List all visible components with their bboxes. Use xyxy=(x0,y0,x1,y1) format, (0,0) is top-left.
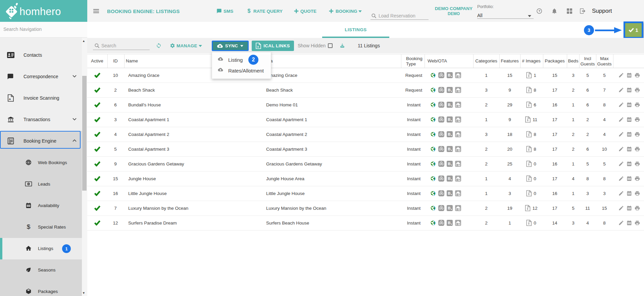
svg-text:B: B xyxy=(448,221,450,225)
svg-text:B: B xyxy=(448,88,450,92)
svg-text:B: B xyxy=(448,103,450,107)
svg-text:B: B xyxy=(448,117,450,121)
svg-text:B: B xyxy=(448,206,450,210)
svg-text:B: B xyxy=(448,132,450,136)
svg-text:B: B xyxy=(448,147,450,151)
svg-text:B: B xyxy=(448,162,450,166)
svg-text:B: B xyxy=(448,191,450,195)
svg-text:0: 0 xyxy=(28,183,30,185)
svg-text:A: A xyxy=(9,98,11,101)
svg-text:?: ? xyxy=(539,9,541,13)
svg-text:B: B xyxy=(448,177,450,181)
svg-text:B: B xyxy=(448,73,450,77)
svg-text:x: x xyxy=(257,45,259,48)
